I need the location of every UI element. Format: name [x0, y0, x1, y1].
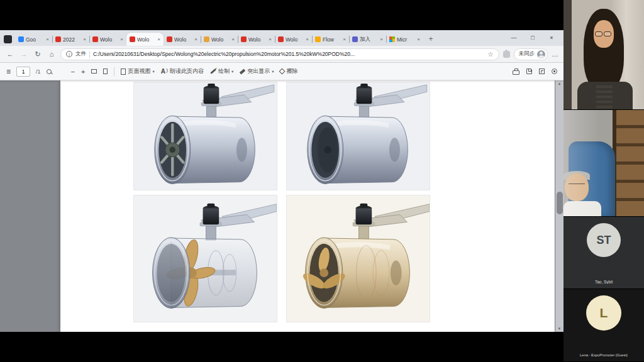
- tab-wolong-pdf-4[interactable]: Wolo×: [275, 33, 312, 46]
- tab-teams-join[interactable]: 加入×: [349, 33, 386, 46]
- cad-thruster-open-front: [133, 82, 277, 190]
- file-badge: 文件: [75, 50, 86, 58]
- chevron-down-icon: ▾: [231, 69, 233, 74]
- scroll-up-icon[interactable]: ▲: [558, 80, 562, 87]
- tab-wolong-pdf-active[interactable]: Wolo×: [126, 33, 164, 46]
- tab-wolong-doc[interactable]: Wolo×: [201, 33, 238, 46]
- home-button[interactable]: ⌂: [47, 50, 57, 58]
- profile-sync-button[interactable]: 未同步: [514, 48, 548, 60]
- teams-favicon: [352, 36, 358, 42]
- cad-image-grid: [133, 82, 430, 322]
- tab-wolong-pdf-3[interactable]: Wolo×: [238, 33, 275, 46]
- url-field[interactable]: i 文件 C:/Users/20210631/Desktop/Spec/Wolo…: [60, 48, 499, 60]
- tab-close-icon[interactable]: ×: [269, 36, 272, 42]
- video-tile-participant-2[interactable]: [564, 110, 644, 217]
- new-tab-button[interactable]: +: [425, 33, 436, 45]
- participant-name: Tao, Sybil: [564, 280, 644, 284]
- tab-close-icon[interactable]: ×: [231, 36, 235, 42]
- draw-button[interactable]: 绘制 ▾: [210, 67, 233, 75]
- fit-width-icon[interactable]: [103, 69, 108, 74]
- erase-button[interactable]: 擦除: [280, 67, 297, 75]
- tab-2022-pdf[interactable]: 2022×: [52, 33, 89, 46]
- highlight-button[interactable]: 突出显示 ▾: [240, 67, 274, 75]
- pdf-favicon: [278, 36, 284, 42]
- profile-avatar: [537, 50, 545, 58]
- tab-google-doc[interactable]: Goo×: [15, 33, 52, 46]
- doc-favicon: [204, 36, 209, 42]
- favorite-star-icon[interactable]: ☆: [488, 51, 494, 58]
- address-bar: ← → ↻ ⌂ i 文件 C:/Users/20210631/Desktop/S…: [0, 46, 564, 63]
- page-total: /1: [36, 69, 41, 75]
- save-icon[interactable]: [526, 69, 532, 74]
- tab-close-icon[interactable]: ×: [83, 36, 86, 42]
- eraser-icon: [279, 69, 286, 75]
- docs-favicon: [18, 36, 24, 42]
- tab-close-icon[interactable]: ×: [46, 36, 49, 42]
- participant-name: Lena - ExpoPromoter (Guest): [564, 353, 644, 357]
- video-tile-participant-1[interactable]: [564, 0, 644, 110]
- minimize-button[interactable]: —: [504, 30, 523, 46]
- url-text: C:/Users/20210631/Desktop/Spec/Wolong%20…: [93, 51, 485, 57]
- zoom-in-button[interactable]: +: [81, 68, 85, 75]
- avatar-tile-sybil[interactable]: ST Tao, Sybil: [564, 217, 644, 289]
- divider: [89, 51, 90, 58]
- pdf-toolbar: ≡ /1 − + 页面视图 ▾ A: [0, 63, 564, 80]
- avatar-tile-lena[interactable]: L Lena - ExpoPromoter (Guest): [564, 289, 644, 362]
- avatar: ST: [587, 223, 621, 257]
- extensions-icon[interactable]: [503, 51, 510, 58]
- tab-close-icon[interactable]: ×: [120, 36, 123, 42]
- browser-menu-button[interactable]: …: [552, 50, 558, 58]
- page-view-button[interactable]: 页面视图 ▾: [121, 67, 154, 75]
- back-button[interactable]: ←: [5, 50, 15, 58]
- pdf-scrollbar[interactable]: ▲ ▼: [555, 80, 564, 332]
- pdf-favicon: [92, 36, 98, 42]
- shared-screen-area: Goo× 2022× Wolo× Wolo× Wolo× Wolo× Wolo×…: [0, 0, 564, 362]
- cad-thruster-transparent: [133, 195, 277, 322]
- cad-thruster-closed-metal: [286, 82, 430, 190]
- fit-page-icon[interactable]: [91, 69, 97, 74]
- tab-flow[interactable]: Flow×: [312, 33, 349, 46]
- refresh-button[interactable]: ↻: [33, 50, 43, 58]
- pdf-favicon: [241, 36, 247, 42]
- highlighter-icon: [240, 69, 245, 74]
- pdf-menu-icon[interactable]: ≡: [6, 67, 11, 76]
- read-aloud-icon: A: [161, 68, 168, 75]
- tab-wolong-pdf-1[interactable]: Wolo×: [89, 33, 126, 46]
- microsoft-favicon: [389, 36, 395, 42]
- browser-app-icon[interactable]: [4, 35, 12, 43]
- browser-tab-bar: Goo× 2022× Wolo× Wolo× Wolo× Wolo× Wolo×…: [0, 30, 564, 46]
- chevron-down-icon: ▾: [152, 69, 154, 74]
- file-info-icon[interactable]: i: [66, 51, 72, 57]
- tab-close-icon[interactable]: ×: [194, 36, 197, 42]
- expand-icon[interactable]: [539, 69, 545, 74]
- forward-button[interactable]: →: [19, 50, 29, 58]
- search-icon[interactable]: [47, 69, 52, 74]
- page-view-icon: [121, 69, 126, 75]
- scrollbar-thumb[interactable]: [557, 192, 563, 214]
- page-number-input[interactable]: [16, 67, 30, 77]
- print-icon[interactable]: [513, 70, 519, 75]
- tab-close-icon[interactable]: ×: [157, 36, 160, 42]
- maximize-button[interactable]: □: [523, 30, 542, 46]
- scrollbar-track[interactable]: [555, 87, 564, 326]
- scroll-down-icon[interactable]: ▼: [558, 326, 562, 332]
- tab-close-icon[interactable]: ×: [306, 36, 309, 42]
- tab-microsoft[interactable]: Micr×: [386, 33, 423, 46]
- tab-strip: Goo× 2022× Wolo× Wolo× Wolo× Wolo× Wolo×…: [15, 33, 436, 46]
- pdf-viewer: ▲ ▼: [0, 80, 564, 332]
- pdf-page: [60, 80, 555, 332]
- close-window-button[interactable]: ×: [542, 30, 561, 46]
- flow-favicon: [315, 36, 321, 42]
- gear-icon[interactable]: [552, 69, 557, 74]
- meeting-screen: Goo× 2022× Wolo× Wolo× Wolo× Wolo× Wolo×…: [0, 0, 644, 362]
- divider: [114, 67, 114, 76]
- tab-close-icon[interactable]: ×: [343, 36, 346, 42]
- tab-close-icon[interactable]: ×: [417, 36, 420, 42]
- zoom-out-button[interactable]: −: [71, 68, 75, 75]
- tab-wolong-pdf-2[interactable]: Wolo×: [164, 33, 201, 46]
- pdf-favicon: [130, 36, 135, 42]
- pdf-favicon: [167, 36, 172, 42]
- avatar: L: [586, 295, 621, 331]
- read-aloud-button[interactable]: A 朗读此页内容: [161, 67, 204, 75]
- tab-close-icon[interactable]: ×: [380, 36, 383, 42]
